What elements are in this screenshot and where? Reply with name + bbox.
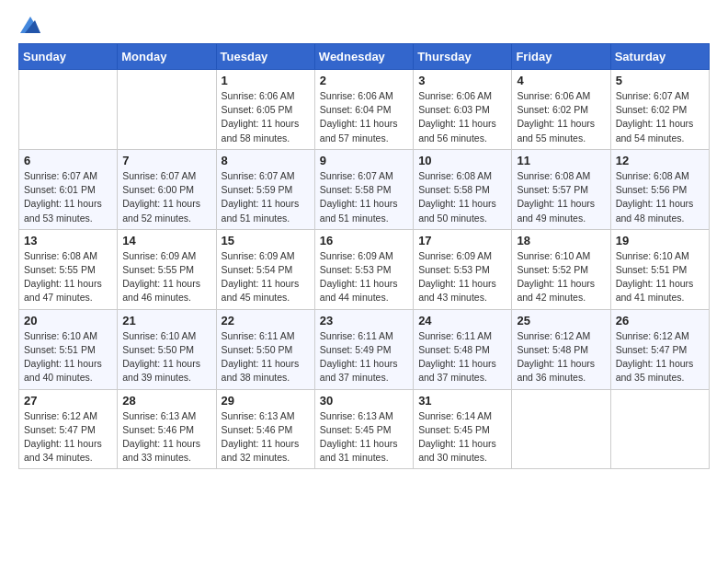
calendar-week-row: 27Sunrise: 6:12 AMSunset: 5:47 PMDayligh… [19,389,710,469]
calendar-day-cell: 13Sunrise: 6:08 AMSunset: 5:55 PMDayligh… [19,229,118,309]
day-number: 6 [24,154,112,167]
day-number: 5 [616,74,704,87]
day-info: Sunrise: 6:08 AMSunset: 5:58 PMDaylight:… [418,169,506,225]
calendar-day-cell: 5Sunrise: 6:07 AMSunset: 6:02 PMDaylight… [610,70,709,150]
calendar-week-row: 20Sunrise: 6:10 AMSunset: 5:51 PMDayligh… [19,309,710,389]
calendar-day-cell: 7Sunrise: 6:07 AMSunset: 6:00 PMDaylight… [118,149,216,229]
day-info: Sunrise: 6:13 AMSunset: 5:46 PMDaylight:… [222,409,310,465]
weekday-header-row: SundayMondayTuesdayWednesdayThursdayFrid… [19,44,710,70]
calendar-day-cell: 26Sunrise: 6:12 AMSunset: 5:47 PMDayligh… [610,309,709,389]
day-number: 26 [616,314,704,327]
day-info: Sunrise: 6:11 AMSunset: 5:48 PMDaylight:… [418,329,506,385]
day-number: 2 [320,74,408,87]
day-info: Sunrise: 6:11 AMSunset: 5:49 PMDaylight:… [320,329,408,385]
day-number: 19 [616,234,704,247]
calendar-day-cell: 18Sunrise: 6:10 AMSunset: 5:52 PMDayligh… [512,229,610,309]
calendar-body: 1Sunrise: 6:06 AMSunset: 6:05 PMDaylight… [19,70,710,469]
day-number: 23 [320,314,408,327]
weekday-header-cell: Thursday [414,44,512,70]
day-number: 31 [418,394,506,408]
day-number: 14 [122,234,210,247]
day-info: Sunrise: 6:10 AMSunset: 5:50 PMDaylight:… [122,329,210,385]
calendar-day-cell: 11Sunrise: 6:08 AMSunset: 5:57 PMDayligh… [512,149,610,229]
day-info: Sunrise: 6:06 AMSunset: 6:04 PMDaylight:… [320,89,408,145]
calendar-day-cell: 24Sunrise: 6:11 AMSunset: 5:48 PMDayligh… [414,309,512,389]
calendar-day-cell: 14Sunrise: 6:09 AMSunset: 5:55 PMDayligh… [118,229,216,309]
calendar-day-cell: 19Sunrise: 6:10 AMSunset: 5:51 PMDayligh… [610,229,709,309]
day-number: 13 [24,234,112,247]
day-number: 29 [222,394,310,408]
day-info: Sunrise: 6:11 AMSunset: 5:50 PMDaylight:… [222,329,310,385]
page-header [18,18,710,29]
day-number: 18 [517,234,605,247]
weekday-header-cell: Friday [512,44,610,70]
calendar-week-row: 1Sunrise: 6:06 AMSunset: 6:05 PMDaylight… [19,70,710,150]
day-info: Sunrise: 6:08 AMSunset: 5:57 PMDaylight:… [517,169,605,225]
weekday-header-cell: Tuesday [216,44,314,70]
calendar-day-cell: 22Sunrise: 6:11 AMSunset: 5:50 PMDayligh… [216,309,314,389]
day-info: Sunrise: 6:14 AMSunset: 5:45 PMDaylight:… [418,409,506,465]
day-info: Sunrise: 6:10 AMSunset: 5:52 PMDaylight:… [517,249,605,305]
day-number: 17 [418,234,506,247]
day-number: 15 [222,234,310,247]
logo-icon [20,17,40,33]
day-info: Sunrise: 6:12 AMSunset: 5:47 PMDaylight:… [616,329,704,385]
calendar-day-cell: 23Sunrise: 6:11 AMSunset: 5:49 PMDayligh… [314,309,413,389]
day-info: Sunrise: 6:12 AMSunset: 5:47 PMDaylight:… [24,409,112,465]
calendar-day-cell: 9Sunrise: 6:07 AMSunset: 5:58 PMDaylight… [314,149,413,229]
logo [18,18,40,29]
calendar-table: SundayMondayTuesdayWednesdayThursdayFrid… [18,43,710,469]
calendar-day-cell: 17Sunrise: 6:09 AMSunset: 5:53 PMDayligh… [414,229,512,309]
weekday-header-cell: Wednesday [314,44,413,70]
day-number: 27 [24,394,112,408]
day-info: Sunrise: 6:09 AMSunset: 5:54 PMDaylight:… [222,249,310,305]
calendar-day-cell: 2Sunrise: 6:06 AMSunset: 6:04 PMDaylight… [314,70,413,150]
day-number: 11 [517,154,605,167]
calendar-day-cell: 4Sunrise: 6:06 AMSunset: 6:02 PMDaylight… [512,70,610,150]
day-number: 12 [616,154,704,167]
day-info: Sunrise: 6:10 AMSunset: 5:51 PMDaylight:… [24,329,112,385]
day-number: 3 [418,74,506,87]
calendar-day-cell: 3Sunrise: 6:06 AMSunset: 6:03 PMDaylight… [414,70,512,150]
day-number: 20 [24,314,112,327]
day-number: 7 [122,154,210,167]
calendar-day-cell: 6Sunrise: 6:07 AMSunset: 6:01 PMDaylight… [19,149,118,229]
day-info: Sunrise: 6:07 AMSunset: 6:01 PMDaylight:… [24,169,112,225]
calendar-day-cell [19,70,118,150]
calendar-day-cell [610,389,709,469]
day-info: Sunrise: 6:08 AMSunset: 5:55 PMDaylight:… [24,249,112,305]
day-info: Sunrise: 6:07 AMSunset: 6:00 PMDaylight:… [122,169,210,225]
weekday-header-cell: Monday [118,44,216,70]
day-number: 16 [320,234,408,247]
day-info: Sunrise: 6:09 AMSunset: 5:55 PMDaylight:… [122,249,210,305]
day-info: Sunrise: 6:09 AMSunset: 5:53 PMDaylight:… [418,249,506,305]
day-number: 25 [517,314,605,327]
day-info: Sunrise: 6:10 AMSunset: 5:51 PMDaylight:… [616,249,704,305]
day-info: Sunrise: 6:07 AMSunset: 5:58 PMDaylight:… [320,169,408,225]
weekday-header-cell: Sunday [19,44,118,70]
day-info: Sunrise: 6:08 AMSunset: 5:56 PMDaylight:… [616,169,704,225]
day-info: Sunrise: 6:06 AMSunset: 6:05 PMDaylight:… [222,89,310,145]
calendar-day-cell: 10Sunrise: 6:08 AMSunset: 5:58 PMDayligh… [414,149,512,229]
day-number: 9 [320,154,408,167]
calendar-week-row: 13Sunrise: 6:08 AMSunset: 5:55 PMDayligh… [19,229,710,309]
day-info: Sunrise: 6:07 AMSunset: 6:02 PMDaylight:… [616,89,704,145]
day-info: Sunrise: 6:12 AMSunset: 5:48 PMDaylight:… [517,329,605,385]
day-number: 28 [122,394,210,408]
weekday-header-cell: Saturday [610,44,709,70]
day-number: 30 [320,394,408,408]
day-info: Sunrise: 6:07 AMSunset: 5:59 PMDaylight:… [222,169,310,225]
day-number: 1 [222,74,310,87]
day-number: 22 [222,314,310,327]
day-number: 21 [122,314,210,327]
day-info: Sunrise: 6:06 AMSunset: 6:03 PMDaylight:… [418,89,506,145]
calendar-day-cell: 8Sunrise: 6:07 AMSunset: 5:59 PMDaylight… [216,149,314,229]
day-info: Sunrise: 6:13 AMSunset: 5:46 PMDaylight:… [122,409,210,465]
calendar-day-cell: 1Sunrise: 6:06 AMSunset: 6:05 PMDaylight… [216,70,314,150]
day-info: Sunrise: 6:06 AMSunset: 6:02 PMDaylight:… [517,89,605,145]
calendar-day-cell [512,389,610,469]
calendar-day-cell: 30Sunrise: 6:13 AMSunset: 5:45 PMDayligh… [314,389,413,469]
day-info: Sunrise: 6:13 AMSunset: 5:45 PMDaylight:… [320,409,408,465]
calendar-day-cell [118,70,216,150]
calendar-day-cell: 25Sunrise: 6:12 AMSunset: 5:48 PMDayligh… [512,309,610,389]
